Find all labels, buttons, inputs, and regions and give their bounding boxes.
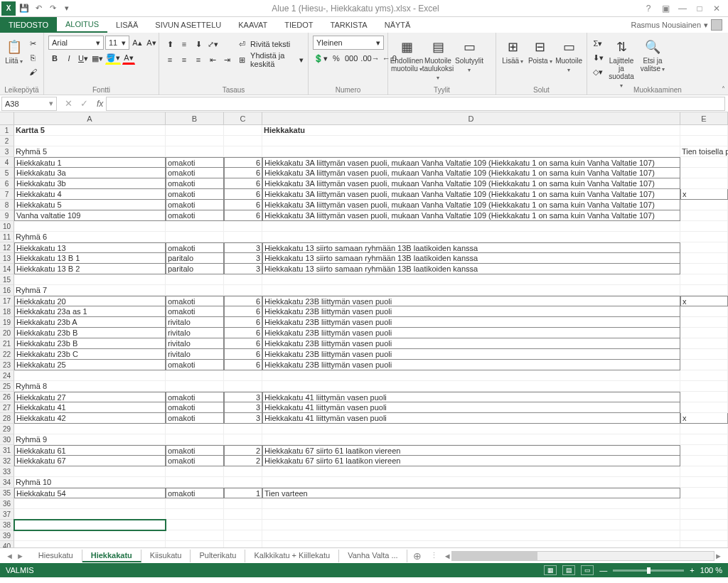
minimize-icon[interactable]: — <box>677 4 688 14</box>
cell[interactable]: Hiekkakatu 67 <box>14 456 166 466</box>
italic-button[interactable]: I <box>63 52 75 65</box>
cell[interactable] <box>14 136 166 146</box>
cell[interactable] <box>166 285 224 296</box>
bold-button[interactable]: B <box>48 52 61 65</box>
cell[interactable]: 3 <box>224 264 262 274</box>
cell[interactable]: omakoti <box>166 296 224 306</box>
cell[interactable] <box>224 466 262 477</box>
cell[interactable]: Hiekkakatu 23B liittymän vasen puoli <box>262 306 680 317</box>
row-header[interactable]: 2 <box>0 136 14 146</box>
merge-center-button[interactable]: ⊞ Yhdistä ja keskitä▾ <box>239 53 304 67</box>
cell[interactable] <box>166 530 224 541</box>
cell[interactable] <box>224 221 262 232</box>
cell[interactable] <box>262 498 680 509</box>
cell[interactable] <box>680 221 728 232</box>
quick-undo-icon[interactable]: ↶ <box>31 1 46 16</box>
cell[interactable]: Tien varteen <box>262 488 680 498</box>
cell[interactable]: Hiekkakatu 4 <box>14 189 166 200</box>
cell[interactable]: 3 <box>224 392 262 402</box>
cell[interactable]: Hiekkakatu 23b C <box>14 349 166 360</box>
row-header[interactable]: 38 <box>0 520 14 530</box>
wrap-text-button[interactable]: ⏎ Rivitä teksti <box>239 37 304 51</box>
cell[interactable]: Hiekkakatu 41 liittymän vasen puoli <box>262 413 680 424</box>
sheet-tab[interactable]: Hiesukatu <box>30 550 82 562</box>
cell[interactable]: 6 <box>224 306 262 317</box>
cell[interactable]: omakoti <box>166 200 224 210</box>
row-header[interactable]: 37 <box>0 509 14 520</box>
cell[interactable] <box>224 146 262 157</box>
cell[interactable] <box>680 317 728 328</box>
cell[interactable]: Hiekkakatu 3A liittymän vasen puoli, muk… <box>262 210 680 221</box>
cell[interactable] <box>680 360 728 370</box>
cell[interactable] <box>166 498 224 509</box>
cell[interactable] <box>224 498 262 509</box>
row-header[interactable]: 4 <box>0 157 14 168</box>
cell[interactable] <box>680 157 728 168</box>
cell[interactable]: Hiekkakatu 27 <box>14 392 166 402</box>
tab-nav-next[interactable]: ► <box>16 552 24 560</box>
cell[interactable]: Hiekkakatu 41 liittymän vasen puoli <box>262 392 680 402</box>
cell[interactable]: Hiekkakatu 1 <box>14 157 166 168</box>
cell[interactable]: rivitalo <box>166 317 224 328</box>
cell[interactable] <box>224 477 262 488</box>
paste-button[interactable]: 📋 Liitä <box>4 36 23 65</box>
cell[interactable] <box>224 274 262 285</box>
cell[interactable] <box>14 424 166 434</box>
cell[interactable] <box>680 285 728 296</box>
cell[interactable] <box>680 445 728 456</box>
autosum-icon[interactable]: Σ▾ <box>592 37 604 50</box>
cell[interactable] <box>262 424 680 434</box>
cell[interactable]: Hiekkakatu 3b <box>14 178 166 189</box>
row-header[interactable]: 16 <box>0 285 14 296</box>
cell[interactable] <box>680 328 728 338</box>
cell[interactable]: Ryhmä 6 <box>14 232 166 242</box>
col-header-c[interactable]: C <box>224 112 262 124</box>
cell[interactable]: 6 <box>224 360 262 370</box>
cell[interactable]: 6 <box>224 338 262 349</box>
conditional-format-button[interactable]: ▦Ehdollinen muotoilu <box>392 36 421 73</box>
cell[interactable] <box>262 477 680 488</box>
cell[interactable]: Hiekkakatu 13 <box>14 242 166 253</box>
comma-icon[interactable]: 000 <box>344 52 358 65</box>
cell[interactable] <box>680 200 728 210</box>
cell[interactable]: 6 <box>224 178 262 189</box>
row-header[interactable]: 21 <box>0 338 14 349</box>
sheet-tab[interactable]: Vanha Valta ... <box>339 550 407 562</box>
cell[interactable]: x <box>680 413 728 424</box>
orientation-icon[interactable]: ⤢▾ <box>206 38 219 50</box>
cell[interactable]: Hiekkakatu 41 liittymän vasen puoli <box>262 402 680 413</box>
select-all-corner[interactable] <box>0 112 14 124</box>
tab-nav-prev[interactable]: ◄ <box>6 552 14 560</box>
cell[interactable]: Hiekkakatu 13 siirto samaan ryhmään 13B … <box>262 264 680 274</box>
cell[interactable]: Hiekkakatu 61 <box>14 445 166 456</box>
cell[interactable] <box>166 466 224 477</box>
menu-view[interactable]: NÄYTÄ <box>376 17 419 33</box>
row-header[interactable]: 40 <box>0 541 14 547</box>
indent-decrease-icon[interactable]: ⇤ <box>206 53 219 66</box>
user-area[interactable]: Rasmus Nousiainen ▾ <box>626 17 728 33</box>
cell[interactable] <box>224 232 262 242</box>
font-color-icon[interactable]: A▾ <box>122 52 135 65</box>
cell[interactable]: Hiekkakatu 23b B <box>14 328 166 338</box>
cell[interactable]: Hiekkakatu 23B liittymän vasen puoli <box>262 296 680 306</box>
format-cells-button[interactable]: ▭Muotoile <box>555 36 582 74</box>
cell[interactable] <box>680 274 728 285</box>
cell[interactable] <box>680 306 728 317</box>
indent-increase-icon[interactable]: ⇥ <box>220 53 233 66</box>
cell[interactable]: Hiekkakatu 23B liittymän vasen puoli <box>262 349 680 360</box>
cell[interactable] <box>680 541 728 547</box>
percent-icon[interactable]: % <box>330 52 343 65</box>
cell[interactable] <box>262 274 680 285</box>
cell[interactable]: Hiekkakatu 23a as 1 <box>14 306 166 317</box>
cell[interactable] <box>166 274 224 285</box>
cell[interactable] <box>680 136 728 146</box>
cell[interactable] <box>262 520 680 530</box>
cell[interactable]: 6 <box>224 296 262 306</box>
cell[interactable] <box>166 477 224 488</box>
cell[interactable]: Ryhmä 5 <box>14 146 166 157</box>
cell[interactable] <box>166 232 224 242</box>
cell[interactable] <box>224 125 262 136</box>
cell[interactable] <box>224 370 262 381</box>
cell[interactable]: 6 <box>224 328 262 338</box>
cell[interactable] <box>14 466 166 477</box>
